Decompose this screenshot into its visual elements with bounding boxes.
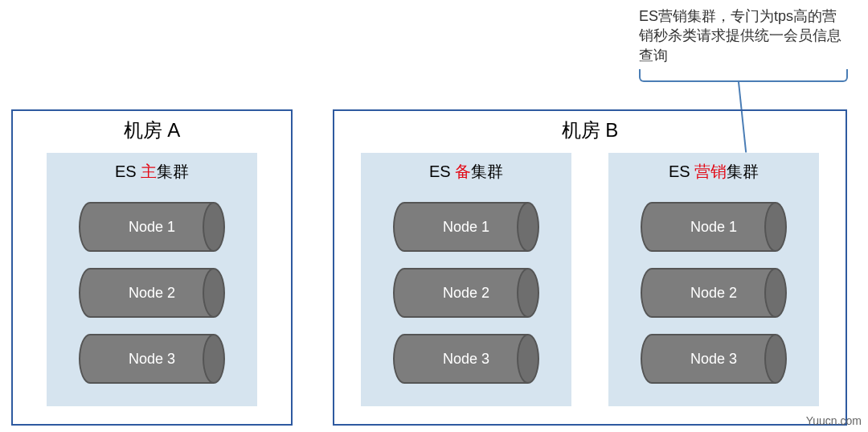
cylinder-cap-icon (203, 202, 225, 252)
cluster-header: ES 主集群 (115, 161, 189, 183)
cluster-suffix: 集群 (727, 163, 759, 180)
callout-text: ES营销集群，专门为tps高的营销秒杀类请求提供统一会员信息查询 (639, 6, 848, 65)
room-b: 机房 B ES 备集群 Node 1 Node 2 (333, 109, 847, 426)
cluster-main: ES 主集群 Node 1 Node 2 (47, 153, 257, 406)
cluster-marketing: ES 营销集群 Node 1 Node 2 (608, 153, 819, 406)
cluster-prefix: ES (429, 163, 455, 180)
node-label: Node 3 (129, 351, 175, 368)
cylinder-cap-icon (517, 334, 539, 384)
cylinder-cap-icon (764, 268, 787, 318)
cluster-header: ES 备集群 (429, 161, 503, 183)
callout-bracket (639, 69, 848, 82)
node-cylinder: Node 3 (79, 334, 225, 384)
cylinder-cap-icon (517, 268, 539, 318)
node-cylinder: Node 2 (393, 268, 539, 318)
cluster-highlight: 主 (141, 163, 157, 180)
node-cylinder: Node 1 (393, 202, 539, 252)
node-label: Node 1 (690, 219, 737, 236)
node-label: Node 1 (129, 219, 175, 236)
cylinder-cap-icon (203, 268, 225, 318)
node-cylinder: Node 2 (641, 268, 787, 318)
cluster-prefix: ES (115, 163, 141, 180)
rooms-container: 机房 A ES 主集群 Node 1 Node 2 (11, 109, 847, 426)
room-a: 机房 A ES 主集群 Node 1 Node 2 (11, 109, 293, 426)
watermark: Yuucn.com (806, 414, 862, 427)
room-title: 机房 A (124, 117, 181, 143)
cylinder-cap-icon (764, 202, 787, 252)
room-title: 机房 B (562, 117, 619, 143)
cluster-highlight: 营销 (694, 163, 727, 180)
cluster-header: ES 营销集群 (669, 161, 759, 183)
node-label: Node 2 (690, 285, 737, 302)
node-label: Node 1 (443, 219, 489, 236)
cluster-suffix: 集群 (471, 163, 503, 180)
cylinder-cap-icon (203, 334, 225, 384)
cluster-backup: ES 备集群 Node 1 Node 2 (361, 153, 571, 406)
cylinder-cap-icon (517, 202, 539, 252)
node-label: Node 2 (443, 285, 489, 302)
node-label: Node 3 (443, 351, 489, 368)
clusters-row: ES 主集群 Node 1 Node 2 (27, 153, 276, 406)
cluster-highlight: 备 (455, 163, 471, 180)
node-label: Node 2 (129, 285, 175, 302)
node-label: Node 3 (690, 351, 737, 368)
cylinder-cap-icon (764, 334, 787, 384)
node-cylinder: Node 3 (393, 334, 539, 384)
node-cylinder: Node 3 (641, 334, 787, 384)
cluster-suffix: 集群 (157, 163, 189, 180)
node-cylinder: Node 2 (79, 268, 225, 318)
cluster-prefix: ES (669, 163, 694, 180)
node-cylinder: Node 1 (79, 202, 225, 252)
clusters-row: ES 备集群 Node 1 Node 2 (349, 153, 831, 406)
node-cylinder: Node 1 (641, 202, 787, 252)
